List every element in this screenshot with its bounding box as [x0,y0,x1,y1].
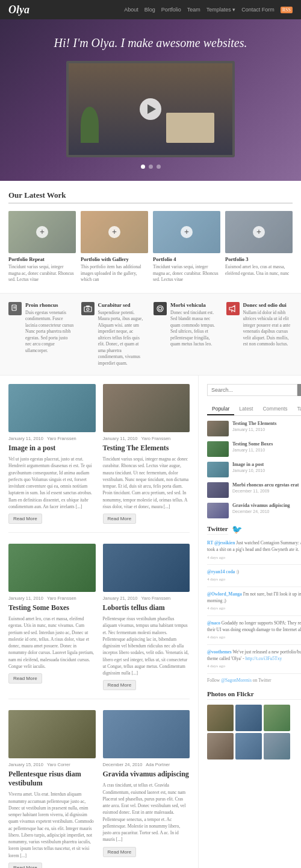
feature-4-content: Donec sed odio dui Nullam id dolor id ni… [243,302,293,348]
tweet-4-user[interactable]: @naco [207,620,220,626]
hero-section: Hi! I'm Olya. I make awesome websites. [0,19,301,181]
twitter-follow: Follow @SagonMorenis on Twitter [207,678,301,683]
nav-team[interactable]: Team [187,7,200,13]
sidebar-post-3-info: Image in a post January 10, 2010 [232,462,265,473]
hero-carousel [12,61,289,169]
sidebar-post-title-4[interactable]: Morbi rhoncus arcu egestas erat [232,482,299,488]
portfolio-item-3[interactable]: + Portfolio 4 Tincidunt varius sequi, in… [153,211,220,283]
search-button[interactable]: 🔍 [297,384,301,396]
post-meta-4: January 21, 2010 Yaro Franssen [103,596,190,601]
read-more-2[interactable]: Read More [103,514,137,524]
nav-about[interactable]: About [124,7,138,13]
read-more-4[interactable]: Read More [103,680,137,690]
tweet-5-time: 4 days ago [207,663,301,670]
sidebar-post-4: Morbi rhoncus arcu egestas erat December… [207,482,301,498]
portfolio-desc-2: This portfolio item has additional image… [81,264,148,283]
post-thumb-elements [103,384,190,432]
tweet-2-text: :) [236,569,239,574]
tweet-1: RT @jessikien Just watched Contagion Sum… [207,539,301,565]
post-title-1[interactable]: Image in a post [8,444,96,453]
dot-1[interactable] [141,165,145,169]
feature-2-content: Curabitur sed Suspendisse potenti. Maura… [98,302,148,367]
search-input[interactable] [207,384,297,396]
dot-3[interactable] [157,165,161,169]
post-excerpt-4: Pellentesque risus vestibulum phasellus … [103,615,190,676]
flickr-thumb-6[interactable] [264,733,290,760]
sidebar-post-title-2[interactable]: Testing Some Boxes [232,441,273,447]
sidebar-post-date-3: January 10, 2010 [232,468,265,473]
portfolio-overlay-4: + [225,211,293,253]
feature-2-title: Curabitur sed [98,302,148,308]
post-meta-6: December 24, 2010 Ada Portner [103,762,190,767]
nav-templates[interactable]: Templates ▾ [206,7,236,13]
tweet-4-time: 4 days ago [207,634,301,641]
flickr-title: Photos on Flickr [207,690,301,700]
sidebar: 🔍 Popular Latest Comments Tags Testing T… [199,376,301,868]
sidebar-post-title-5[interactable]: Gravida vivamus adipiscing [232,503,290,508]
camera-icon [81,302,95,315]
post-meta-3: January 11, 2010 Yaro Franssen [8,596,96,601]
post-excerpt-2: Tincidunt varius sequi, integer magna ac… [103,456,190,510]
tweet-5-user[interactable]: @voothemes [207,649,232,655]
posts-row-3: January 15, 2010 Yaro Correr Pellentesqu… [8,710,190,868]
flickr-thumb-4[interactable] [207,733,234,760]
post-thumb-lobortis [103,544,190,592]
tweet-1-user[interactable]: RT @jessikien [207,540,235,546]
flickr-thumb-1[interactable] [207,705,234,731]
nav-contact[interactable]: Contact Form [241,7,275,13]
post-author-5: Yaro Correr [47,762,70,767]
sidebar-thumb-1 [207,421,229,436]
hero-video[interactable] [66,61,235,157]
flickr-thumb-5[interactable] [235,733,262,760]
rss-badge[interactable]: RSS [281,7,293,13]
read-more-5[interactable]: Read More [8,863,42,868]
post-testing-elements: January 11, 2010 Yaro Franssen Testing T… [103,384,190,524]
portfolio-item-1[interactable]: + Portfolio Repeat Tincidunt varius sequ… [8,211,76,283]
sidebar-thumb-4 [207,482,229,498]
portfolio-overlay-3: + [153,211,220,253]
sidebar-post-2: Testing Some Boxes January 11, 2010 [207,441,301,457]
feature-1-content: Proin rhoncus Duis egestas venenatis con… [25,302,75,354]
post-title-5[interactable]: Pellentesque risus diam vestibulum [8,770,96,788]
post-title-4[interactable]: Lobortis tellus diam [103,603,190,612]
feature-1-title: Proin rhoncus [25,302,75,308]
post-title-6[interactable]: Gravida vivamus adipiscing [103,770,190,779]
portfolio-title-1: Portfolio Repeat [8,256,76,262]
latest-work-title: Our Latest Work [8,190,293,204]
sidebar-post-title-1[interactable]: Testing The Elements [232,421,276,426]
flickr-thumb-3[interactable] [264,705,290,731]
nav-portfolio[interactable]: Portfolio [161,7,181,13]
tweet-2-user[interactable]: @ryan14 coda [207,569,235,574]
portfolio-item-4[interactable]: + Portfolio 3 Euismod amet leo, cras at … [225,211,293,283]
read-more-6[interactable]: Read More [103,847,137,857]
tweet-4-text: Godaddy no longer supports SOPA: They re… [207,620,301,632]
play-button[interactable] [140,98,161,120]
svg-point-6 [159,307,162,310]
flickr-thumb-2[interactable] [235,705,262,731]
portfolio-title-4: Portfolio 3 [225,256,293,262]
tab-comments[interactable]: Comments [258,403,292,415]
dot-2[interactable] [149,165,153,169]
gear-icon [154,302,167,315]
tweet-3-user[interactable]: @Owlord_Manga [207,591,242,597]
post-title-2[interactable]: Testing The Elements [103,444,190,453]
twitter-follow-link[interactable]: @SagonMorenis [221,678,252,683]
post-gravida: December 24, 2010 Ada Portner Gravida vi… [103,710,190,868]
tab-popular[interactable]: Popular [207,403,234,415]
tweet-link[interactable]: http://t.co/i3Fu5Txy [246,656,282,661]
portfolio-thumb-1: + [8,211,76,253]
post-thumb-gravida [103,710,190,758]
feature-2: Curabitur sed Suspendisse potenti. Maura… [81,302,148,367]
sidebar-post-date-2: January 11, 2010 [232,448,273,452]
sidebar-post-5: Gravida vivamus adipiscing December 24, … [207,503,301,518]
post-title-3[interactable]: Testing Some Boxes [8,603,96,612]
read-more-3[interactable]: Read More [8,673,42,684]
tab-tags[interactable]: Tags [293,403,301,415]
portfolio-item-2[interactable]: + Portfolio with Gallery This portfolio … [81,211,148,283]
plus-icon-4: + [253,226,265,238]
read-more-1[interactable]: Read More [8,514,42,524]
tab-latest[interactable]: Latest [234,403,258,415]
tweet-3-time: 4 days ago [207,605,301,612]
sidebar-post-title-3[interactable]: Image in a post [232,462,265,467]
nav-blog[interactable]: Blog [144,7,155,13]
